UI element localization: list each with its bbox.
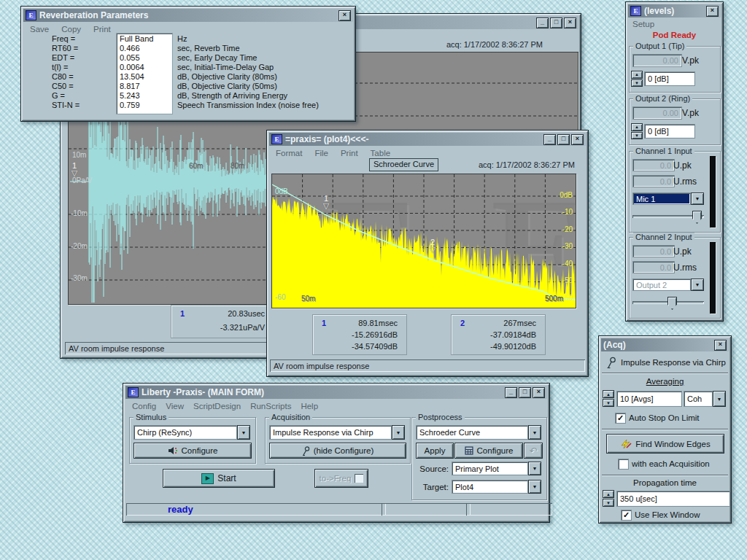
menu-format[interactable]: Format xyxy=(276,149,302,158)
close-icon[interactable]: × xyxy=(533,387,545,398)
channel1-source-combo[interactable]: Mic 1 ▼ xyxy=(632,192,704,205)
acquisition-combo[interactable]: Impulse Response via Chirp ▼ xyxy=(269,425,405,440)
app-icon: E xyxy=(271,134,282,144)
output2-level-stepper[interactable]: ▲ ▼ xyxy=(631,123,643,139)
cursor-marker-1[interactable]: 1 ▽ xyxy=(320,195,332,210)
menu-table[interactable]: Table xyxy=(371,149,391,158)
channel1-peak-unit: U.pk xyxy=(673,160,692,171)
auto-stop-label: Auto Stop On Limit xyxy=(629,413,700,422)
spinner-up-icon[interactable]: ▲ xyxy=(603,390,614,398)
close-icon[interactable]: × xyxy=(571,134,584,145)
spinner-down-icon[interactable]: ▼ xyxy=(603,399,614,407)
output2-db-field[interactable]: 0 [dB] xyxy=(644,124,695,139)
dropdown-icon[interactable]: ▼ xyxy=(392,425,405,440)
dropdown-icon[interactable]: ▼ xyxy=(528,480,541,494)
maximize-icon[interactable]: □ xyxy=(557,134,570,145)
close-icon[interactable]: × xyxy=(338,10,351,21)
dropdown-icon[interactable]: ▼ xyxy=(237,425,250,440)
close-icon[interactable]: × xyxy=(714,340,727,351)
minimize-icon[interactable]: _ xyxy=(505,387,517,398)
dropdown-icon[interactable]: ▼ xyxy=(691,192,704,205)
play-icon: ▶ xyxy=(201,473,214,484)
postprocess-configure-button[interactable]: Configure xyxy=(454,443,523,459)
propagation-time-field[interactable]: 350 u[sec] xyxy=(616,491,730,507)
auto-stop-checkbox[interactable]: ✓ xyxy=(615,413,626,424)
cursor-marker-1[interactable]: 1 ▽ xyxy=(69,162,80,177)
with-each-acquisition-checkbox[interactable] xyxy=(618,459,629,470)
averages-field[interactable]: 10 [Avgs] xyxy=(616,391,682,407)
menu-help[interactable]: Help xyxy=(301,402,318,411)
use-flex-window-checkbox[interactable]: ✓ xyxy=(621,510,632,521)
to-freq-button[interactable]: to->Freq xyxy=(314,469,368,488)
y-tick-label: 10m xyxy=(72,151,86,159)
menu-copy[interactable]: Copy xyxy=(61,25,81,34)
table-row: C50 =8.817dB, Objective Clarity (50ms) xyxy=(21,82,355,91)
menu-save[interactable]: Save xyxy=(30,25,49,34)
window-title: (levels) xyxy=(644,6,674,16)
acq-titlebar[interactable]: (Acq) × xyxy=(601,338,729,351)
dropdown-icon[interactable]: ▼ xyxy=(713,391,726,407)
output1-unit: V.pk xyxy=(682,55,699,66)
undo-button[interactable]: ↶ xyxy=(524,443,543,459)
slider-thumb[interactable] xyxy=(692,211,702,224)
channel2-rms-display: 0.0 xyxy=(632,261,675,273)
levels-titlebar[interactable]: E (levels) × xyxy=(628,4,721,18)
spinner-up-icon[interactable]: ▲ xyxy=(631,123,643,131)
menu-runscripts[interactable]: RunScripts xyxy=(250,402,291,411)
source-combo[interactable]: Primary Plot ▼ xyxy=(452,462,541,475)
find-window-edges-button[interactable]: Find Window Edges xyxy=(606,434,724,454)
speaker-icon xyxy=(168,446,178,455)
propagation-stepper[interactable]: ▲ ▼ xyxy=(603,490,614,507)
slider-thumb[interactable] xyxy=(667,297,677,310)
spinner-down-icon[interactable]: ▼ xyxy=(603,499,614,507)
levels-menubar: Setup xyxy=(632,20,654,28)
menu-print[interactable]: Print xyxy=(93,25,111,34)
maximize-icon[interactable]: □ xyxy=(519,387,531,398)
stimulus-configure-button[interactable]: Configure xyxy=(133,443,252,459)
target-combo[interactable]: Plot4 ▼ xyxy=(452,480,541,494)
close-icon[interactable]: × xyxy=(564,18,576,28)
menu-view[interactable]: View xyxy=(166,402,184,411)
output1-level-display: 0.00 xyxy=(632,54,682,67)
dropdown-icon[interactable]: ▼ xyxy=(528,462,541,475)
calculator-icon xyxy=(465,446,473,455)
start-button[interactable]: ▶ Start xyxy=(163,469,275,488)
spinner-down-icon[interactable]: ▼ xyxy=(631,132,643,140)
postprocess-combo[interactable]: Schroeder Curve ▼ xyxy=(416,425,541,440)
channel2-source-combo[interactable]: Output 2 ▼ xyxy=(632,279,704,291)
dropdown-icon[interactable]: ▼ xyxy=(691,279,704,291)
minimize-icon[interactable]: _ xyxy=(536,18,549,28)
menu-print[interactable]: Print xyxy=(341,149,358,158)
coherence-combo[interactable]: Coh ▼ xyxy=(684,391,726,407)
window-title: Liberty -Praxis- (MAIN FORM) xyxy=(142,387,264,397)
y-tick-label: -10m xyxy=(71,209,88,217)
spinner-up-icon[interactable]: ▲ xyxy=(603,490,614,498)
averages-stepper[interactable]: ▲ ▼ xyxy=(603,390,614,407)
y-tick-label: -30m xyxy=(71,274,88,282)
channel2-gain-slider[interactable] xyxy=(632,296,704,309)
reverb-titlebar[interactable]: E Reverberation Parameters × xyxy=(23,9,353,22)
menu-config[interactable]: Config xyxy=(132,402,156,411)
undo-icon: ↶ xyxy=(530,446,538,456)
close-icon[interactable]: × xyxy=(706,6,719,17)
stimulus-combo[interactable]: Chirp (ReSync) ▼ xyxy=(133,425,250,440)
dropdown-icon[interactable]: ▼ xyxy=(528,425,541,440)
apply-button[interactable]: Apply xyxy=(416,443,454,459)
ready-status: ready xyxy=(168,504,193,515)
channel1-gain-slider[interactable] xyxy=(632,210,704,223)
menu-file[interactable]: File xyxy=(314,149,328,158)
minimize-icon[interactable]: _ xyxy=(543,134,556,145)
stimulus-group: Stimulus Chirp (ReSync) ▼ Configure xyxy=(129,417,256,464)
output1-db-field[interactable]: 0 [dB] xyxy=(644,71,695,86)
output1-level-stepper[interactable]: ▲ ▼ xyxy=(631,71,643,87)
menu-setup[interactable]: Setup xyxy=(632,20,654,28)
main-titlebar[interactable]: E Liberty -Praxis- (MAIN FORM) _ □ × xyxy=(125,386,547,399)
plot4-titlebar[interactable]: E =praxis= (plot4)<<<- _ □ × xyxy=(269,133,586,146)
spinner-down-icon[interactable]: ▼ xyxy=(631,79,643,88)
maximize-icon[interactable]: □ xyxy=(550,18,562,28)
cursor-marker-2[interactable]: 2 ▽ xyxy=(427,238,438,254)
spinner-up-icon[interactable]: ▲ xyxy=(631,71,643,79)
separator xyxy=(602,429,728,430)
acquisition-configure-button[interactable]: (hide Configure) xyxy=(269,443,406,459)
menu-scriptdesign[interactable]: ScriptDesign xyxy=(193,402,241,411)
